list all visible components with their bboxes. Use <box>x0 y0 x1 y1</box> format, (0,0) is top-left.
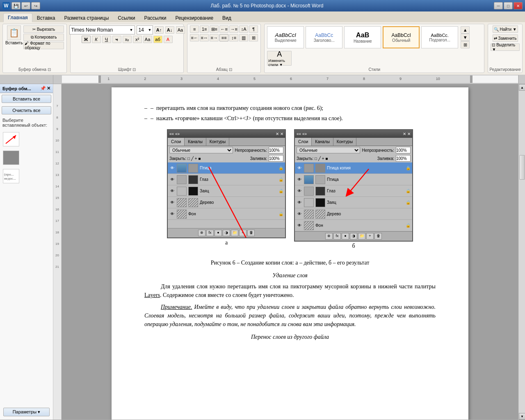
format-painter-button[interactable]: 🖌 Формат по образцу <box>23 42 64 49</box>
change-styles-button[interactable]: А Изменить стили ▼ <box>267 51 292 66</box>
ps-mode-select-a[interactable]: Обычные <box>169 147 233 153</box>
ps-tool-adj-a[interactable]: ◑ <box>223 230 230 236</box>
scroll-up-button[interactable]: ▲ <box>519 84 525 91</box>
ps-tool-group-b[interactable]: 📁 <box>358 233 365 240</box>
tab-references[interactable]: Ссылки <box>113 14 139 22</box>
ps-tool-new-b[interactable]: + <box>366 233 374 240</box>
ps-tab-layers-b[interactable]: Слои <box>295 138 312 146</box>
sort-button[interactable]: ↕A <box>239 25 248 33</box>
ps-fill-input-a[interactable] <box>269 155 283 162</box>
clear-format-button[interactable]: Aa <box>176 26 185 34</box>
ps-tab-layers-a[interactable]: Слои <box>168 138 185 146</box>
align-right-button[interactable]: ≡→ <box>210 34 219 41</box>
highlight-button[interactable]: аб <box>153 36 162 43</box>
tab-view[interactable]: Вид <box>218 14 236 22</box>
increase-indent-button[interactable]: →≡ <box>229 25 238 33</box>
copy-button[interactable]: ⧉ Копировать <box>23 34 64 41</box>
ps-mode-select-b[interactable]: Обычные <box>297 147 360 153</box>
ps-tool-del-b[interactable]: 🗑 <box>374 233 382 240</box>
font-shrink-button[interactable]: A↓ <box>165 26 174 34</box>
font-color-button[interactable]: А <box>164 36 173 43</box>
clipboard-item-3[interactable]: (про... недос... <box>2 168 51 185</box>
line-spacing-button[interactable]: ↕≡ <box>229 34 238 41</box>
ps-tab-channels-b[interactable]: Каналы <box>312 138 333 146</box>
ps-opacity-input-b[interactable] <box>396 147 411 153</box>
tab-mailings[interactable]: Рассылки <box>140 14 171 22</box>
quick-save[interactable]: 💾 <box>11 2 21 9</box>
select-button[interactable]: ⊡ Выделить ▼ <box>491 43 520 51</box>
ps-tool-adj-b[interactable]: ◑ <box>350 233 357 240</box>
bullets-button[interactable]: ≡ <box>190 25 199 33</box>
ps-tab-channels-a[interactable]: Каналы <box>185 138 206 146</box>
styles-scroll-up[interactable]: ▲ <box>461 26 470 34</box>
justify-button[interactable]: ≡≡ <box>219 34 228 41</box>
bold-button[interactable]: Ж <box>82 36 91 43</box>
clipboard-pin[interactable]: 📌 <box>40 86 46 91</box>
ps-tool-group-a[interactable]: 📁 <box>231 230 238 236</box>
scroll-down-button[interactable]: ▼ <box>519 413 525 420</box>
ps-layer-bird-b[interactable]: 👁 Птица <box>295 174 412 185</box>
ps-tool-new-a[interactable]: + <box>239 230 247 236</box>
cut-button[interactable]: ✂ Вырезать <box>23 25 64 33</box>
superscript-button[interactable]: x² <box>133 36 142 43</box>
style-normal[interactable]: AaBbCcI Обычный <box>383 26 420 48</box>
ps-tool-del-a[interactable]: 🗑 <box>247 230 255 236</box>
quick-redo[interactable]: ↪ <box>31 2 40 9</box>
ps-tool-mask-a[interactable]: ● <box>215 230 222 236</box>
ps-layer-bg-b[interactable]: 👁 Фон 🔒 <box>295 220 412 231</box>
font-size-input[interactable]: 14 ▼ <box>137 25 153 34</box>
numbering-button[interactable]: 1≡ <box>200 25 209 33</box>
align-center-button[interactable]: ≡↔ <box>200 34 209 41</box>
ps-layer-tree-b[interactable]: 👁 Дерево <box>295 208 412 220</box>
clipboard-item-1[interactable] <box>2 131 51 148</box>
styles-scroll-down[interactable]: ▼ <box>461 34 470 41</box>
tab-layout[interactable]: Разметка страницы <box>59 14 113 22</box>
font-name-input[interactable]: Times New Roman ▼ <box>69 25 135 34</box>
decrease-indent-button[interactable]: ←≡ <box>219 25 228 33</box>
ps-layer-birdcopy-b[interactable]: 👁 Птица копия 🔒 <box>295 162 412 174</box>
ps-layer-eye-b[interactable]: 👁 Глаз 🔒 <box>295 185 412 197</box>
underline-button[interactable]: Ч <box>102 36 111 43</box>
strikethrough-button[interactable]: ч <box>112 36 121 43</box>
replace-button[interactable]: ⇄ Заменить <box>493 34 518 42</box>
minimize-button[interactable]: ─ <box>494 2 503 9</box>
align-left-button[interactable]: ≡← <box>190 34 199 41</box>
close-button[interactable]: ✕ <box>514 2 523 9</box>
maximize-button[interactable]: □ <box>504 2 513 9</box>
ps-tool-fx-b[interactable]: fx <box>333 233 341 240</box>
subscript-button[interactable]: x₂ <box>123 36 132 43</box>
italic-button[interactable]: К <box>92 36 101 43</box>
clear-all-button[interactable]: Очистить все <box>2 106 51 114</box>
tab-insert[interactable]: Вставка <box>32 14 60 22</box>
find-button[interactable]: 🔍 Найти ▼ <box>493 25 518 33</box>
ps-tab-paths-b[interactable]: Контуры <box>333 138 356 146</box>
ps-tool-link-b[interactable]: ⊗ <box>325 233 333 240</box>
tab-review[interactable]: Рецензирование <box>171 14 218 22</box>
ps-tool-link-a[interactable]: ⊗ <box>198 230 205 236</box>
paste-all-button[interactable]: Вставить все <box>2 95 51 103</box>
params-button[interactable]: Параметры ▾ <box>3 408 50 416</box>
multilevel-list-button[interactable]: ⊞≡ <box>210 25 219 33</box>
show-marks-button[interactable]: ¶ <box>249 25 258 33</box>
clipboard-close[interactable]: ✕ <box>47 86 50 91</box>
clipboard-item-2[interactable] <box>2 149 51 166</box>
ps-layer-bird-a[interactable]: 👁 Птица 🔒 <box>168 162 285 174</box>
style-selection[interactable]: AaBbCcI Выделение <box>267 26 304 48</box>
paste-button[interactable]: 📋 Вставить <box>5 25 23 45</box>
scroll-thumb[interactable] <box>519 155 525 180</box>
border-button[interactable]: ⊞ <box>249 34 258 41</box>
ps-fill-input-b[interactable] <box>396 155 411 162</box>
ps-layer-rabbit-a[interactable]: 👁 Заяц 🔒 <box>168 185 285 197</box>
shading-button[interactable]: ▥ <box>239 34 248 41</box>
style-title[interactable]: АаВ Название <box>344 26 381 48</box>
styles-more[interactable]: ⊞ <box>461 41 470 48</box>
ps-layer-bg-a[interactable]: 👁 Фон 🔒 <box>168 208 285 220</box>
ps-tool-fx-a[interactable]: fx <box>206 230 214 236</box>
ps-tab-paths-a[interactable]: Контуры <box>206 138 229 146</box>
style-subtitle[interactable]: AaBbCс. Подзагол... <box>421 26 458 48</box>
case-button[interactable]: Аа <box>143 36 152 43</box>
ps-layer-rabbit-b[interactable]: 👁 Заяц 🔒 <box>295 197 412 208</box>
style-heading[interactable]: AaBbCс Заголово... <box>306 26 342 48</box>
ps-layer-eye-a[interactable]: 👁 Глаз 🔒 <box>168 174 285 185</box>
tab-home[interactable]: Главная <box>3 13 32 22</box>
